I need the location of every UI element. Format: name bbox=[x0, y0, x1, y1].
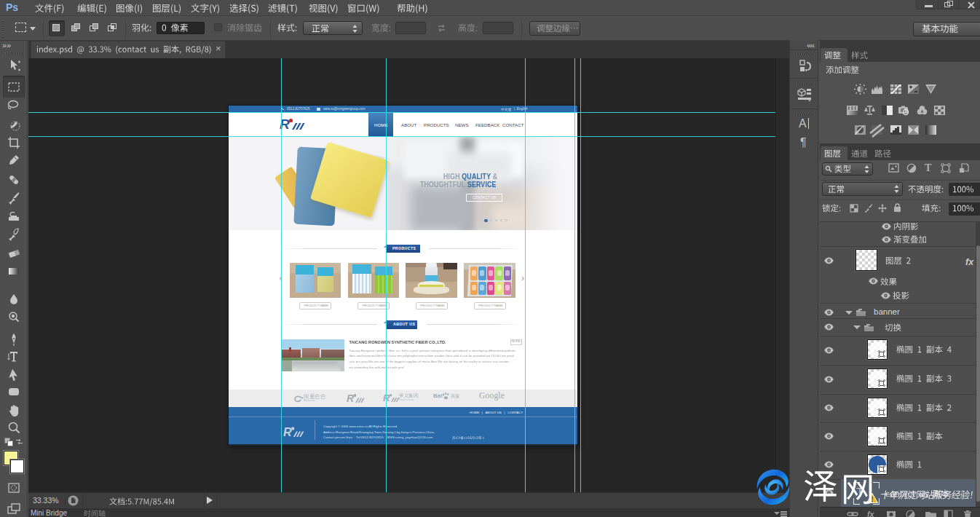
svg-text:R: R bbox=[347, 392, 355, 404]
svg-text:R: R bbox=[283, 425, 292, 438]
svg-text:R: R bbox=[383, 392, 390, 403]
